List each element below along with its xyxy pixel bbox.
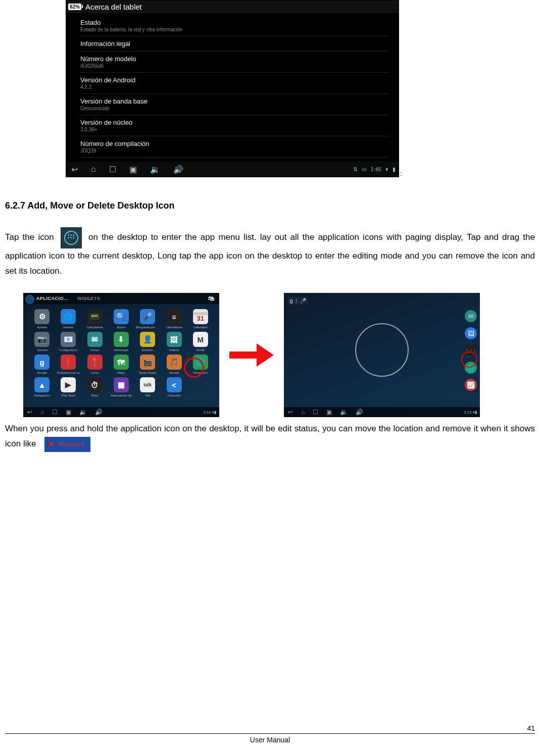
app-icon[interactable]: 🗺Maps bbox=[110, 355, 133, 374]
volume-up-icon[interactable]: 🔊 bbox=[173, 165, 183, 174]
tab-widgets[interactable]: WIDGETS bbox=[77, 296, 101, 301]
app-icon[interactable]: ▶Play Store bbox=[57, 377, 80, 397]
about-item-sub: 4.2.2 bbox=[80, 84, 388, 90]
mic-icon[interactable]: 🎤 bbox=[300, 298, 306, 304]
app-icon[interactable]: 👤Explorer bbox=[136, 332, 159, 351]
battery-icon: ▮ bbox=[392, 166, 396, 173]
about-item-status[interactable]: Estado Estado de la batería, la red y ot… bbox=[80, 15, 388, 36]
recents-icon[interactable]: ☐ bbox=[52, 409, 58, 416]
app-glyph-icon: g bbox=[34, 355, 50, 370]
app-icon[interactable]: 📍Local bbox=[83, 355, 107, 374]
app-glyph-icon: ▲ bbox=[34, 377, 50, 392]
recents-icon[interactable]: ☐ bbox=[313, 409, 318, 416]
app-glyph-icon: ⚙ bbox=[34, 309, 50, 324]
app-icon[interactable]: 🌐Internet bbox=[57, 309, 80, 329]
about-tablet-screenshot: 62% Acerca del tablet Estado Estado de l… bbox=[66, 0, 399, 177]
app-label: Correo bbox=[90, 348, 100, 351]
about-item-android[interactable]: Versión de Android 4.2.2 bbox=[80, 73, 388, 94]
screenshot-icon[interactable]: ▣ bbox=[326, 409, 332, 416]
app-icon[interactable]: talkTalk bbox=[136, 377, 159, 397]
sd-icon: ▭ bbox=[362, 166, 367, 173]
app-glyph-icon: 31 bbox=[193, 309, 208, 324]
back-icon[interactable]: ↩ bbox=[288, 409, 293, 416]
app-label: Play Store bbox=[62, 394, 76, 397]
app-icon[interactable]: ▲Navegación bbox=[30, 377, 54, 397]
about-item-title: Versión de banda base bbox=[80, 97, 388, 105]
app-icon[interactable]: gGoogle bbox=[30, 355, 54, 374]
app-label: Calendario bbox=[193, 326, 208, 329]
app-icon[interactable]: <Compartir bbox=[162, 377, 185, 397]
shop-icon[interactable]: 🛍 bbox=[208, 295, 215, 302]
app-label: Explorer bbox=[142, 348, 153, 351]
app-icon[interactable]: 📷Cámara bbox=[30, 332, 54, 351]
about-item-build[interactable]: Número de compilación JDQ39 bbox=[80, 136, 388, 158]
status-clock: 1:45 bbox=[371, 166, 381, 172]
app-label: Reloj bbox=[91, 394, 99, 397]
screenshot-icon[interactable]: ▣ bbox=[129, 165, 137, 174]
dock-icon[interactable]: 🖼 bbox=[465, 327, 477, 339]
about-item-baseband[interactable]: Versión de banda base Desconocido bbox=[80, 94, 388, 115]
app-icon[interactable]: ⚙Ajustes bbox=[30, 309, 54, 329]
app-icon[interactable]: 🎵Música bbox=[162, 355, 185, 374]
about-item-kernel[interactable]: Versión de núcleo 3.0.36+ bbox=[80, 115, 388, 136]
about-item-sub: JDQ39 bbox=[80, 148, 388, 154]
app-icon[interactable]: ❗Grabadora de so bbox=[57, 355, 80, 374]
dock-icon[interactable]: 📈 bbox=[465, 379, 477, 391]
app-glyph-icon: ⬇ bbox=[114, 332, 129, 347]
home-icon[interactable]: ⌂ bbox=[40, 409, 44, 416]
screenshot-icon[interactable]: ▣ bbox=[66, 409, 71, 416]
about-settings-list: Estado Estado de la batería, la red y ot… bbox=[66, 13, 399, 162]
app-icon[interactable]: 31Calendario bbox=[189, 309, 212, 329]
volume-up-icon[interactable]: 🔊 bbox=[356, 409, 363, 416]
apps-menu-icon bbox=[61, 227, 82, 248]
google-search-widget[interactable]: g 🎤 bbox=[288, 297, 308, 305]
app-icon[interactable]: 📧Configuración bbox=[57, 332, 80, 351]
home-icon[interactable]: ⌂ bbox=[301, 409, 305, 416]
para1-part-b: on the desktop to enter the app menu lis… bbox=[5, 232, 535, 276]
app-icon[interactable]: ▦Reproductor de bbox=[110, 377, 133, 397]
corner-badge-icon bbox=[25, 295, 34, 304]
about-item-title: Información legal bbox=[80, 40, 388, 47]
app-glyph-icon: 🌐 bbox=[61, 309, 76, 324]
app-icon[interactable]: ⬇Descargas bbox=[110, 332, 133, 351]
app-label: Descargas bbox=[114, 348, 129, 351]
app-glyph-icon: ▦ bbox=[114, 377, 129, 392]
app-icon[interactable]: 🎬Movie Studio bbox=[136, 355, 159, 374]
google-g-icon: g bbox=[290, 298, 293, 304]
volume-down-icon[interactable]: 🔉 bbox=[79, 409, 87, 416]
tab-apps[interactable]: APLICACIO... bbox=[36, 296, 68, 301]
app-label: Reproductor de bbox=[111, 394, 131, 397]
back-icon[interactable]: ↩ bbox=[71, 165, 78, 174]
app-icon[interactable]: ✉Correo bbox=[83, 332, 107, 351]
about-item-model[interactable]: Número de modelo rk3026sdk bbox=[80, 52, 388, 73]
recents-icon[interactable]: ☐ bbox=[109, 165, 116, 174]
app-icon[interactable]: 🖼Galería bbox=[162, 332, 185, 351]
home-icon[interactable]: ⌂ bbox=[91, 165, 96, 174]
volume-down-icon[interactable]: 🔉 bbox=[340, 409, 348, 416]
about-item-legal[interactable]: Información legal bbox=[80, 36, 388, 52]
page-number: 41 bbox=[527, 724, 535, 732]
remove-label: Remove bbox=[59, 437, 85, 452]
volume-up-icon[interactable]: 🔊 bbox=[95, 409, 103, 416]
app-label: Maps bbox=[118, 371, 125, 374]
app-icon[interactable]: ⏱Reloj bbox=[83, 377, 107, 397]
app-icon[interactable]: MGmail bbox=[189, 332, 212, 351]
highlight-ring-icon bbox=[184, 358, 204, 378]
drawer-tabbar: APLICACIO... WIDGETS 🛍 bbox=[23, 293, 219, 304]
app-icon[interactable]: ≡Calculadora bbox=[162, 309, 185, 329]
app-glyph-icon: 📷 bbox=[34, 332, 50, 347]
back-icon[interactable]: ↩ bbox=[27, 409, 32, 416]
app-label: Local bbox=[91, 371, 99, 374]
app-icon[interactable]: 🎤Búsqueda por voz bbox=[136, 309, 159, 329]
volume-down-icon[interactable]: 🔉 bbox=[150, 165, 160, 174]
app-icon[interactable]: 📟Calculadora bbox=[83, 309, 107, 329]
dock-icon[interactable]: ✉ bbox=[465, 310, 477, 322]
app-icon[interactable]: 🔍Busca bbox=[110, 309, 133, 329]
section-heading: 6.2.7 Add, Move or Delete Desktop Icon bbox=[5, 200, 535, 211]
mini-navbar-right: ↩ ⌂ ☐ ▣ 🔉 🔊 3:15 ▾▮ bbox=[284, 407, 480, 417]
battery-indicator: 62% bbox=[68, 4, 81, 10]
status-clock: 3:18 bbox=[203, 410, 211, 415]
app-label: Grabadora de so bbox=[57, 371, 80, 374]
analog-clock-widget[interactable] bbox=[355, 323, 409, 377]
app-label: Navegación bbox=[34, 394, 50, 397]
